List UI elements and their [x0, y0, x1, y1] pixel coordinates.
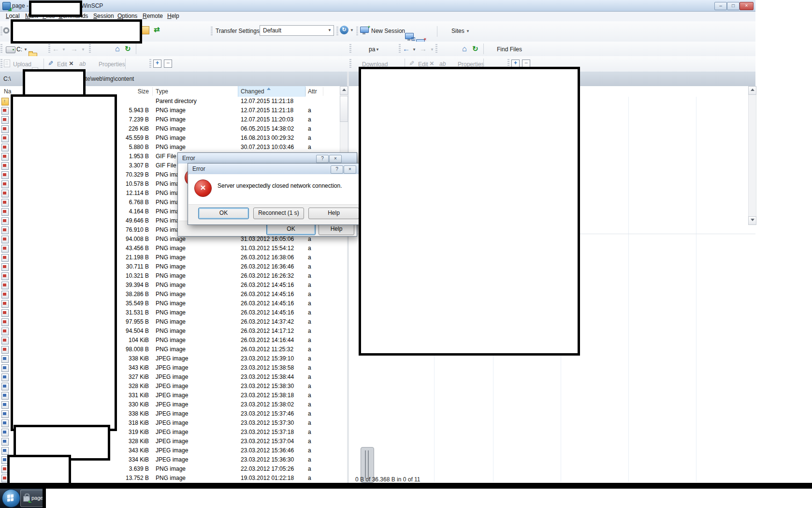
- menu-item-options[interactable]: Options: [117, 13, 137, 19]
- toolbar-grip[interactable]: [0, 44, 2, 54]
- edit-button[interactable]: Edit: [57, 61, 67, 68]
- taskbar-item-winscp[interactable]: page: [20, 490, 45, 507]
- img-blue-icon: [1, 374, 9, 381]
- refresh-icon[interactable]: ↻: [125, 45, 131, 53]
- home-directory-icon[interactable]: ⌂: [115, 45, 120, 53]
- rename-icon[interactable]: ab: [439, 60, 446, 67]
- minimize-button[interactable]: –: [714, 2, 727, 10]
- toolbar-grip[interactable]: [211, 27, 213, 36]
- img-red-icon: [1, 199, 9, 207]
- menu-item-remote[interactable]: Remote: [143, 13, 163, 19]
- column-header-changed[interactable]: Changed: [241, 88, 264, 95]
- column-header-size[interactable]: Size: [115, 88, 149, 95]
- duplicate-session-icon[interactable]: ◫: [405, 33, 414, 39]
- file-size: 94.008 B: [115, 235, 149, 244]
- toolbar-grip[interactable]: [149, 59, 151, 69]
- close-button[interactable]: ×: [740, 2, 754, 10]
- close-icon[interactable]: ×: [344, 165, 356, 174]
- refresh-icon[interactable]: ↻: [472, 45, 478, 53]
- scroll-up-button[interactable]: [340, 86, 348, 95]
- unselect-files-icon[interactable]: −: [164, 60, 172, 68]
- new-session-icon[interactable]: +: [360, 27, 369, 33]
- remote-directory-combo-label[interactable]: pa: [369, 46, 375, 53]
- queue-panel-icon[interactable]: [141, 26, 149, 34]
- maximize-button[interactable]: □: [727, 2, 740, 10]
- close-icon[interactable]: ×: [329, 155, 342, 163]
- file-changed: 19.03.2012 01:22:18: [241, 474, 294, 483]
- chevron-down-icon[interactable]: ▼: [430, 47, 434, 52]
- ok-button[interactable]: OK: [198, 208, 249, 219]
- toolbar-grip[interactable]: [0, 27, 2, 36]
- delete-icon[interactable]: ×: [69, 60, 73, 67]
- scroll-up-button[interactable]: [748, 86, 756, 95]
- help-button[interactable]: Help: [308, 208, 359, 219]
- toolbar-grip[interactable]: [0, 59, 2, 69]
- toolbar-grip[interactable]: [356, 27, 358, 36]
- reconnect-button[interactable]: Reconnect (1 s): [253, 208, 304, 219]
- toolbar-grip[interactable]: [435, 44, 437, 54]
- chevron-down-icon[interactable]: ▼: [466, 29, 470, 33]
- sort-ascending-icon: [267, 88, 271, 90]
- transfer-settings-select[interactable]: Default ▼: [260, 25, 334, 36]
- toolbar-grip[interactable]: [336, 27, 338, 36]
- help-icon[interactable]: ?: [316, 155, 329, 163]
- img-red-icon: [1, 254, 9, 262]
- forward-icon[interactable]: →: [71, 45, 78, 53]
- column-header-type[interactable]: Type: [156, 88, 168, 95]
- swap-panels-icon[interactable]: ⇄: [154, 26, 160, 33]
- delete-icon[interactable]: ×: [430, 60, 434, 67]
- home-directory-icon[interactable]: ⌂: [462, 45, 467, 53]
- upload-icon[interactable]: [4, 60, 10, 67]
- back-icon[interactable]: ←: [403, 45, 410, 53]
- menu-item-local[interactable]: Local: [6, 13, 20, 19]
- dialog-title-bar[interactable]: Error ? ×: [188, 164, 363, 175]
- toolbar-grip[interactable]: [89, 44, 91, 54]
- dialog-title-bar[interactable]: Error ? ×: [178, 153, 357, 164]
- start-button[interactable]: [2, 489, 20, 508]
- help-icon[interactable]: ?: [331, 165, 343, 174]
- upload-button[interactable]: Upload: [13, 61, 31, 68]
- preferences-gear-icon[interactable]: [3, 27, 10, 34]
- column-separator[interactable]: [323, 87, 323, 96]
- select-files-icon[interactable]: +: [153, 60, 161, 68]
- chevron-down-icon[interactable]: ▼: [350, 28, 354, 32]
- menu-item-help[interactable]: Help: [167, 13, 179, 19]
- img-blue-icon: [1, 419, 9, 427]
- drive-combo-label[interactable]: C:: [16, 46, 22, 53]
- edit-icon[interactable]: ✎: [47, 60, 54, 66]
- scrollbar[interactable]: [748, 86, 756, 225]
- menu-item-session[interactable]: Session: [93, 13, 114, 19]
- file-changed: 26.03.2012 14:17:12: [241, 327, 294, 336]
- chevron-down-icon[interactable]: ▼: [376, 47, 379, 52]
- chevron-down-icon[interactable]: ▼: [24, 47, 28, 52]
- drive-icon[interactable]: [6, 46, 15, 53]
- toolbar-grip[interactable]: [349, 44, 351, 54]
- properties-button[interactable]: Properties: [99, 61, 125, 68]
- help-button[interactable]: Help: [319, 224, 354, 235]
- chevron-down-icon[interactable]: ▼: [81, 47, 85, 52]
- find-files-button[interactable]: Find Files: [497, 46, 522, 53]
- file-type: PNG image: [156, 143, 186, 152]
- back-icon[interactable]: ←: [52, 45, 59, 53]
- synchronize-icon[interactable]: ↻: [340, 26, 348, 34]
- scrollbar-thumb[interactable]: [340, 96, 348, 122]
- toolbar-grip[interactable]: [399, 44, 401, 54]
- sites-button[interactable]: Sites: [451, 28, 464, 34]
- edit-icon[interactable]: ✎: [408, 60, 415, 66]
- column-separator[interactable]: [152, 87, 153, 96]
- forward-icon[interactable]: →: [420, 45, 427, 53]
- file-changed: 26.03.2012 14:45:16: [241, 290, 294, 299]
- scroll-down-button[interactable]: [748, 216, 756, 225]
- ok-button[interactable]: OK: [266, 224, 316, 235]
- column-header-name[interactable]: Na: [4, 88, 11, 95]
- new-session-button[interactable]: New Session: [371, 28, 405, 34]
- toolbar-grip[interactable]: [48, 44, 50, 54]
- file-type: PNG image: [156, 244, 186, 253]
- chevron-down-icon[interactable]: ▼: [412, 47, 416, 52]
- column-separator[interactable]: [305, 87, 306, 96]
- chevron-down-icon[interactable]: ▼: [62, 47, 66, 52]
- column-header-attr[interactable]: Attr: [308, 88, 317, 95]
- rename-icon[interactable]: ab: [79, 60, 86, 67]
- toolbar-grip[interactable]: [349, 59, 351, 69]
- img-red-icon: [1, 180, 9, 188]
